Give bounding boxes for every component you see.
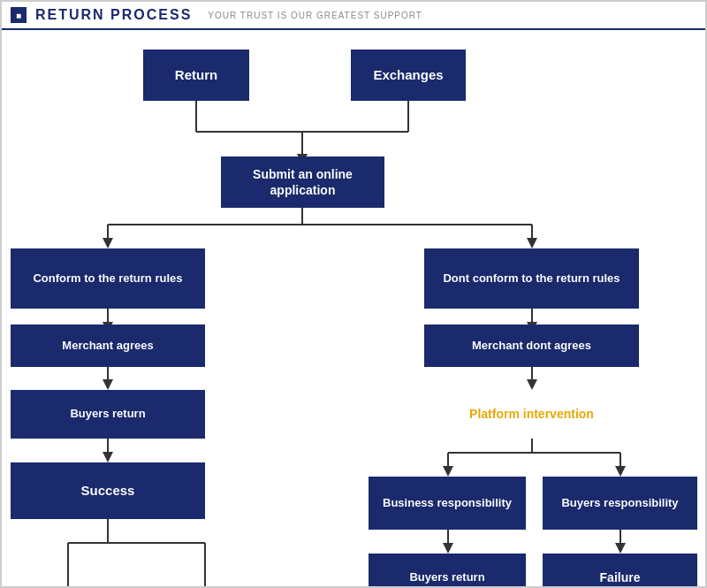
svg-marker-34 bbox=[615, 543, 626, 554]
submit-box: Submit an online application bbox=[221, 157, 384, 208]
svg-marker-32 bbox=[443, 543, 453, 554]
header-title: RETURN PROCESS bbox=[35, 7, 192, 23]
svg-marker-24 bbox=[527, 379, 537, 390]
merchant-dont-box: Merchant dont agrees bbox=[424, 325, 639, 367]
platform-box: Platform intervention bbox=[424, 390, 639, 439]
header: ■ RETURN PROCESS YOUR TRUST IS OUR GREAT… bbox=[2, 2, 705, 30]
dont-conform-box: Dont conform to the return rules bbox=[424, 248, 639, 309]
buyers-return-right-box: Buyers return bbox=[369, 554, 526, 586]
svg-marker-30 bbox=[615, 466, 626, 477]
buyers-return-left-box: Buyers return bbox=[11, 390, 205, 439]
merchant-agrees-box: Merchant agrees bbox=[11, 325, 205, 367]
svg-marker-16 bbox=[103, 452, 113, 462]
conform-box: Conform to the return rules bbox=[11, 248, 205, 309]
page-wrapper: ■ RETURN PROCESS YOUR TRUST IS OUR GREAT… bbox=[0, 0, 707, 588]
header-icon: ■ bbox=[11, 7, 27, 23]
exchanges-box: Exchanges bbox=[351, 50, 466, 101]
svg-marker-10 bbox=[527, 238, 537, 248]
svg-marker-28 bbox=[443, 466, 453, 477]
return-box: Return bbox=[143, 50, 249, 101]
main-content: Return Exchanges Submit an online applic… bbox=[2, 30, 705, 586]
svg-marker-14 bbox=[103, 379, 113, 390]
svg-marker-8 bbox=[103, 238, 113, 248]
buyers-resp-box: Buyers responsibility bbox=[543, 477, 697, 530]
business-resp-box: Business responsibility bbox=[369, 477, 526, 530]
success-box: Success bbox=[11, 462, 205, 519]
failure-box: Failure bbox=[543, 554, 697, 586]
header-subtitle: YOUR TRUST IS OUR GREATEST SUPPORT bbox=[208, 11, 422, 20]
